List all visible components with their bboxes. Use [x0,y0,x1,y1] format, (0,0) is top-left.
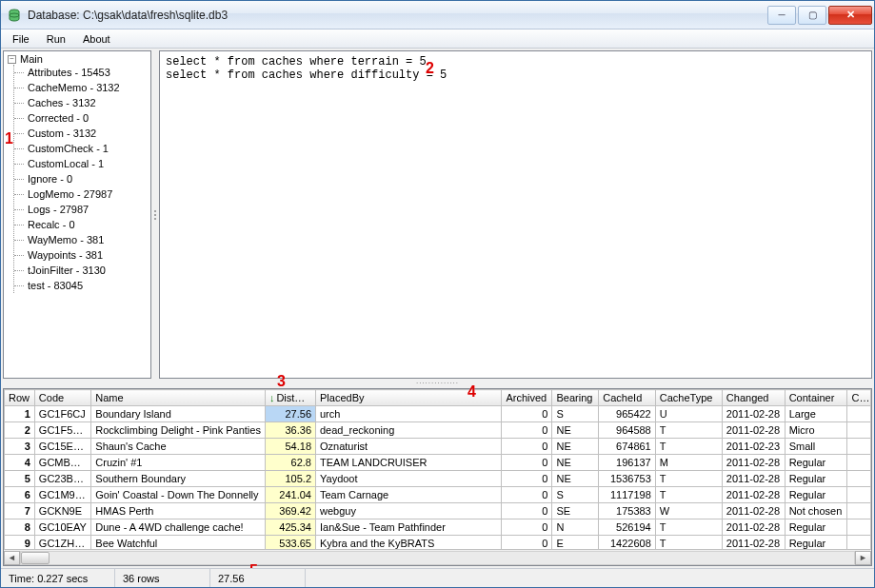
minimize-button[interactable]: ─ [767,6,796,25]
cell-name[interactable]: Dune - A 4WD challenge cache! [91,519,266,536]
tree-item[interactable]: Attributes - 15453 [14,65,147,80]
cell-cachetype[interactable]: M [655,455,722,471]
cell-bearing[interactable]: NE [552,439,599,455]
cell-bearing[interactable]: NE [552,471,599,487]
cell-code[interactable]: GC1F6CJ [34,406,90,422]
column-header-cou[interactable]: Cou [847,390,871,406]
cell-changed[interactable]: 2011-02-28 [722,455,785,471]
cell-cou[interactable] [847,471,871,487]
cell-cachetype[interactable]: T [655,471,722,487]
cell-cou[interactable] [847,439,871,455]
cell-cacheid[interactable]: 196137 [599,455,655,471]
cell-name[interactable]: Rockclimbing Delight - Pink Panties [91,422,266,439]
cell-row[interactable]: 6 [5,487,35,503]
cell-cacheid[interactable]: 674861 [599,439,655,455]
cell-placedby[interactable]: Team Carnage [316,487,502,503]
cell-cachetype[interactable]: T [655,536,722,550]
cell-dist[interactable]: 62.8 [265,455,315,471]
cell-container[interactable]: Micro [785,422,847,439]
cell-dist[interactable]: 27.56 [265,406,315,422]
cell-placedby[interactable]: urch [316,406,502,422]
cell-cou[interactable] [847,406,871,422]
cell-code[interactable]: GCKN9E [34,503,90,519]
tree-item[interactable]: test - 83045 [14,278,147,293]
column-header-cacheid[interactable]: CacheId [599,390,655,406]
tree-item[interactable]: Caches - 3132 [14,95,147,110]
cell-cacheid[interactable]: 175383 [599,503,655,519]
cell-container[interactable]: Regular [785,487,847,503]
scroll-track[interactable] [20,551,855,565]
table-row[interactable]: 6GC1M9AJGoin' Coastal - Down The Donnell… [5,487,871,503]
tree-root[interactable]: − Main [8,53,147,65]
cell-code[interactable]: GC10EAY [34,519,90,536]
cell-row[interactable]: 9 [5,536,35,550]
cell-code[interactable]: GC23BXK [34,471,90,487]
cell-name[interactable]: Bee Watchful [91,536,266,550]
tree-item[interactable]: WayMemo - 381 [14,232,147,247]
cell-code[interactable]: GC1ZH4G [34,536,90,550]
cell-dist[interactable]: 36.36 [265,422,315,439]
cell-bearing[interactable]: S [552,406,599,422]
tree-item[interactable]: Recalc - 0 [14,217,147,232]
table-row[interactable]: 2GC1F5GNRockclimbing Delight - Pink Pant… [5,422,871,439]
horizontal-scrollbar[interactable]: ◄ ► [4,549,871,565]
cell-container[interactable]: Small [785,439,847,455]
sql-editor[interactable]: select * from caches where terrain = 5 s… [159,50,872,379]
table-row[interactable]: 5GC23BXKSouthern Boundary105.2Yaydoot0NE… [5,471,871,487]
cell-cachetype[interactable]: U [655,406,722,422]
cell-bearing[interactable]: NE [552,455,599,471]
cell-placedby[interactable]: webguy [316,503,502,519]
vertical-splitter[interactable] [153,50,157,379]
column-header-changed[interactable]: Changed [722,390,785,406]
cell-dist[interactable]: 241.04 [265,487,315,503]
tree-item[interactable]: CustomCheck - 1 [14,141,147,156]
column-header-archived[interactable]: Archived [502,390,552,406]
cell-name[interactable]: Boundary Island [91,406,266,422]
cell-cacheid[interactable]: 965422 [599,406,655,422]
tree-item[interactable]: Ignore - 0 [14,171,147,186]
column-header-bearing[interactable]: Bearing [552,390,599,406]
cell-container[interactable]: Regular [785,471,847,487]
cell-changed[interactable]: 2011-02-28 [722,406,785,422]
tree-item[interactable]: LogMemo - 27987 [14,186,147,202]
tree-item[interactable]: Waypoints - 381 [14,247,147,263]
cell-changed[interactable]: 2011-02-28 [722,422,785,439]
cell-row[interactable]: 8 [5,519,35,536]
cell-dist[interactable]: 105.2 [265,471,315,487]
cell-cacheid[interactable]: 1422608 [599,536,655,550]
cell-bearing[interactable]: N [552,519,599,536]
table-row[interactable]: 8GC10EAYDune - A 4WD challenge cache!425… [5,519,871,536]
cell-cachetype[interactable]: T [655,519,722,536]
table-row[interactable]: 4GCMBWYCruzin' #162.8TEAM LANDCRUISER0NE… [5,455,871,471]
tree-item[interactable]: tJoinFilter - 3130 [14,263,147,278]
cell-archived[interactable]: 0 [502,455,552,471]
cell-row[interactable]: 1 [5,406,35,422]
cell-placedby[interactable]: Ian&Sue - Team Pathfinder [316,519,502,536]
cell-placedby[interactable]: Yaydoot [316,471,502,487]
cell-placedby[interactable]: Kybra and the KyBRATS [316,536,502,550]
column-header-cachetype[interactable]: CacheType [655,390,722,406]
cell-cou[interactable] [847,455,871,471]
table-row[interactable]: 1GC1F6CJBoundary Island27.56urch0S965422… [5,406,871,422]
cell-code[interactable]: GC15E1M [34,439,90,455]
menu-file[interactable]: File [5,31,37,47]
table-row[interactable]: 7GCKN9EHMAS Perth369.42webguy0SE175383W2… [5,503,871,519]
maximize-button[interactable]: ▢ [798,6,826,25]
cell-name[interactable]: Cruzin' #1 [91,455,266,471]
cell-cou[interactable] [847,536,871,550]
cell-archived[interactable]: 0 [502,519,552,536]
cell-changed[interactable]: 2011-02-28 [722,487,785,503]
cell-container[interactable]: Regular [785,455,847,471]
cell-changed[interactable]: 2011-02-28 [722,503,785,519]
cell-cacheid[interactable]: 526194 [599,519,655,536]
cell-bearing[interactable]: S [552,487,599,503]
tree-item[interactable]: Custom - 3132 [14,126,147,141]
cell-archived[interactable]: 0 [502,487,552,503]
cell-changed[interactable]: 2011-02-28 [722,536,785,550]
column-header-dist[interactable]: ↓Dist… [265,390,315,406]
cell-container[interactable]: Regular [785,536,847,550]
cell-archived[interactable]: 0 [502,503,552,519]
cell-cachetype[interactable]: W [655,503,722,519]
cell-bearing[interactable]: SE [552,503,599,519]
column-header-name[interactable]: Name [91,390,266,406]
